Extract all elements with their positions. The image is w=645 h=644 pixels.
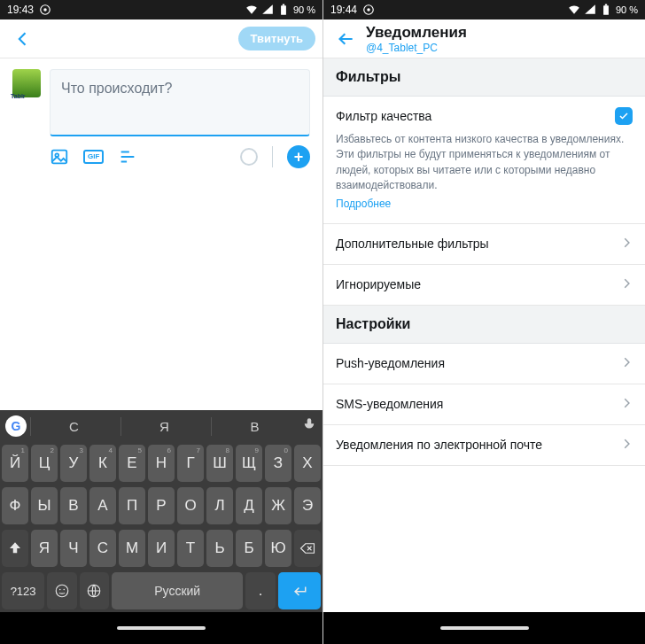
key-А[interactable]: А — [89, 487, 116, 524]
key-Л[interactable]: Л — [206, 487, 233, 524]
row-additional-filters[interactable]: Дополнительные фильтры — [323, 224, 645, 265]
key-Я[interactable]: Я — [31, 530, 58, 567]
compose-appbar: Твитнуть — [0, 19, 322, 58]
key-Т[interactable]: Т — [177, 530, 204, 567]
battery-icon — [600, 4, 612, 16]
status-time: 19:43 — [7, 4, 34, 16]
quality-filter-desc: Избавьтесь от контента низкого качества … — [336, 132, 633, 194]
mic-icon[interactable] — [301, 416, 317, 436]
key-П[interactable]: П — [119, 487, 145, 524]
enter-key[interactable] — [278, 572, 321, 609]
keyboard: G С Я В Й1Ц2У3К4Е5Н6Г7Ш8Щ9З0Х ФЫВАПРОЛДЖ… — [0, 410, 322, 612]
battery-text: 90 % — [616, 4, 638, 15]
key-Г[interactable]: Г7 — [177, 445, 204, 482]
key-Й[interactable]: Й1 — [2, 445, 28, 482]
globe-key[interactable] — [80, 572, 109, 609]
shift-key[interactable] — [2, 530, 28, 567]
key-Ы[interactable]: Ы — [31, 487, 58, 524]
key-У[interactable]: У3 — [60, 445, 87, 482]
emoji-key[interactable] — [47, 572, 76, 609]
char-count-circle — [240, 148, 258, 166]
svg-rect-3 — [283, 4, 284, 6]
chevron-right-icon — [620, 237, 633, 252]
divider — [272, 146, 273, 167]
chevron-right-icon — [620, 356, 633, 371]
key-Э[interactable]: Э — [294, 487, 321, 524]
key-Р[interactable]: Р — [148, 487, 175, 524]
key-Ч[interactable]: Ч — [60, 530, 87, 567]
svg-rect-13 — [603, 5, 609, 14]
svg-point-1 — [43, 8, 47, 12]
battery-text: 90 % — [293, 4, 315, 15]
quality-filter-block: Фильтр качества Избавьтесь от контента н… — [323, 97, 645, 224]
tweet-button[interactable]: Твитнуть — [238, 27, 315, 50]
quality-filter-label: Фильтр качества — [336, 109, 615, 123]
key-Б[interactable]: Б — [236, 530, 262, 567]
chevron-right-icon — [620, 277, 633, 292]
suggestion-1[interactable]: С — [30, 417, 117, 436]
compose-input[interactable]: Что происходит? — [50, 69, 310, 136]
svg-rect-2 — [281, 5, 286, 14]
home-pill[interactable] — [117, 626, 206, 630]
home-pill[interactable] — [440, 626, 529, 630]
avatar[interactable] — [12, 69, 41, 97]
key-В[interactable]: В — [60, 487, 87, 524]
image-icon[interactable] — [50, 147, 69, 167]
row-label: Уведомления по электронной почте — [336, 438, 611, 452]
key-Е[interactable]: Е5 — [119, 445, 145, 482]
key-Ц[interactable]: Ц2 — [31, 445, 58, 482]
settings-appbar: Уведомления @4_Tablet_PC — [323, 19, 645, 58]
period-key[interactable]: . — [245, 572, 275, 609]
chrome-icon — [39, 4, 51, 16]
svg-point-7 — [56, 585, 68, 597]
key-З[interactable]: З0 — [265, 445, 291, 482]
key-Н[interactable]: Н6 — [148, 445, 175, 482]
key-К[interactable]: К4 — [89, 445, 116, 482]
row-label: SMS-уведомления — [336, 397, 611, 411]
row-label: Игнорируемые — [336, 277, 611, 291]
back-button[interactable] — [330, 23, 362, 55]
space-key[interactable]: Русский — [112, 572, 243, 609]
keyboard-row-3: ЯЧСМИТЬБЮ — [0, 527, 322, 570]
key-Ж[interactable]: Ж — [265, 487, 291, 524]
chevron-right-icon — [620, 438, 633, 453]
poll-icon[interactable] — [118, 147, 137, 167]
key-М[interactable]: М — [119, 530, 145, 567]
svg-rect-4 — [52, 151, 67, 164]
backspace-key[interactable] — [294, 530, 321, 567]
key-Д[interactable]: Д — [236, 487, 262, 524]
signal-icon — [584, 4, 596, 16]
learn-more-link[interactable]: Подробнее — [336, 198, 391, 210]
gif-icon[interactable]: GIF — [83, 150, 104, 164]
key-Ь[interactable]: Ь — [206, 530, 233, 567]
key-Ш[interactable]: Ш8 — [206, 445, 233, 482]
row-muted[interactable]: Игнорируемые — [323, 265, 645, 306]
wifi-icon — [568, 4, 580, 16]
section-header-settings: Настройки — [323, 306, 645, 344]
numbers-key[interactable]: ?123 — [2, 572, 44, 609]
compose-toolbar: GIF + — [0, 136, 322, 168]
add-thread-button[interactable]: + — [287, 145, 310, 168]
suggestion-3[interactable]: В — [211, 417, 298, 436]
row-push[interactable]: Push-уведомления — [323, 344, 645, 384]
page-title: Уведомления — [366, 24, 467, 42]
nav-bar — [323, 612, 645, 644]
key-Ю[interactable]: Ю — [265, 530, 291, 567]
chrome-icon — [362, 4, 375, 16]
key-Х[interactable]: Х — [294, 445, 321, 482]
key-О[interactable]: О — [177, 487, 204, 524]
signal-icon — [261, 4, 274, 16]
row-sms[interactable]: SMS-уведомления — [323, 384, 645, 425]
phone-right: 19:44 90 % Уведомления @4_Tablet_PC Филь… — [322, 0, 645, 644]
key-И[interactable]: И — [148, 530, 175, 567]
keyboard-row-4: ?123 Русский . — [0, 570, 322, 612]
quality-filter-checkbox[interactable] — [615, 107, 633, 125]
keyboard-row-2: ФЫВАПРОЛДЖЭ — [0, 485, 322, 527]
key-С[interactable]: С — [89, 530, 116, 567]
suggestion-2[interactable]: Я — [120, 417, 207, 436]
key-Ф[interactable]: Ф — [2, 487, 28, 524]
key-Щ[interactable]: Щ9 — [236, 445, 262, 482]
row-email[interactable]: Уведомления по электронной почте — [323, 425, 645, 466]
back-button[interactable] — [7, 23, 39, 55]
google-icon[interactable]: G — [5, 415, 27, 437]
